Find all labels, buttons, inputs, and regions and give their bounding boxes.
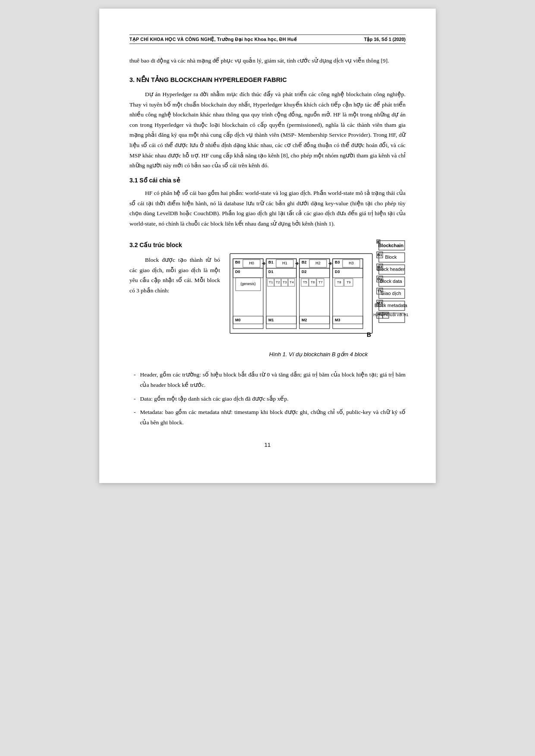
list-item: - Data: gồm một tập danh sách các giao d…	[129, 394, 406, 404]
bullet-dash: -	[134, 370, 136, 380]
svg-text:T5: T5	[378, 289, 382, 293]
svg-text:H2: H2	[384, 312, 388, 316]
list-item: - Header, gồm các trường: số hiệu block …	[129, 370, 406, 390]
svg-text:D0: D0	[235, 270, 240, 274]
svg-text:Giao dịch: Giao dịch	[381, 291, 401, 296]
page-number: 11	[129, 442, 406, 448]
svg-text:T9: T9	[346, 280, 351, 284]
section3-paragraph: Dự án Hyperledger ra đời nhằm mục đích t…	[129, 89, 406, 171]
figure-diagram: Blockchain B Block B1 Block header H3 Bl…	[228, 236, 409, 364]
svg-text:(genesis): (genesis)	[241, 282, 256, 286]
subsection32-text-block: 3.2 Cấu trúc block Block được tạo thành …	[129, 236, 220, 295]
figure-area: 3.2 Cấu trúc block Block được tạo thành …	[129, 236, 406, 364]
svg-text:B1: B1	[377, 253, 382, 257]
svg-text:B0: B0	[235, 260, 240, 264]
svg-text:M3: M3	[377, 301, 383, 305]
page: TẠP CHÍ KHOA HỌC VÀ CÔNG NGHỆ, Trường Đạ…	[99, 9, 436, 483]
svg-text:H1: H1	[282, 261, 287, 265]
svg-text:M3: M3	[335, 318, 340, 322]
subsection32-title: 3.2 Cấu trúc block	[129, 240, 220, 251]
svg-text:D2: D2	[302, 270, 307, 274]
intro-paragraph: thuê bao di động và các nhà mạng để phục…	[129, 56, 406, 66]
bullet-text-1: Data: gồm một tập danh sách các giao dịc…	[140, 394, 289, 404]
blockchain-diagram-svg: Blockchain B Block B1 Block header H3 Bl…	[228, 236, 409, 348]
svg-text:B: B	[367, 331, 371, 338]
svg-text:M1: M1	[268, 318, 274, 322]
svg-text:D1: D1	[268, 270, 274, 274]
svg-text:B2: B2	[302, 260, 307, 264]
journal-title: TẠP CHÍ KHOA HỌC VÀ CÔNG NGHỆ, Trường Đạ…	[129, 37, 297, 42]
svg-text:T7: T7	[318, 280, 323, 284]
svg-text:T3: T3	[283, 280, 287, 284]
page-header: TẠP CHÍ KHOA HỌC VÀ CÔNG NGHỆ, Trường Đạ…	[129, 35, 406, 44]
svg-text:T6: T6	[311, 280, 315, 284]
svg-text:H0: H0	[249, 261, 254, 265]
subsection32-paragraph: Block được tạo thành từ bó các giao dịch…	[129, 255, 220, 296]
svg-text:T8: T8	[337, 280, 341, 284]
svg-text:H3: H3	[377, 265, 382, 269]
svg-text:M2: M2	[302, 318, 307, 322]
bullet-dash: -	[134, 394, 136, 404]
svg-text:Blockchain: Blockchain	[378, 243, 404, 248]
svg-rect-30	[230, 254, 372, 333]
list-item: - Metadata: bao gồm các metadata như: ti…	[129, 407, 406, 427]
svg-text:Block data: Block data	[380, 279, 402, 284]
bullet-text-0: Header, gồm các trường: số hiệu block bắ…	[140, 370, 406, 390]
section3-title: 3. NỀN TẢNG BLOCKCHAIN HYPERLEDGER FABRI…	[129, 76, 406, 83]
subsection31-paragraph: HF có phân hệ sổ cái bao gồm hai phần: w…	[129, 188, 406, 229]
svg-text:T1: T1	[269, 280, 273, 284]
svg-text:D3: D3	[335, 270, 340, 274]
svg-text:D1: D1	[377, 277, 382, 281]
subsection31-title: 3.1 Sổ cái chia sẻ	[129, 177, 406, 184]
svg-text:T4: T4	[290, 280, 294, 284]
bullet-list: - Header, gồm các trường: số hiệu block …	[129, 370, 406, 427]
svg-text:B1: B1	[268, 260, 274, 264]
bullet-text-2: Metadata: bao gồm các metadata như: time…	[140, 407, 406, 427]
svg-text:T2: T2	[276, 280, 280, 284]
svg-text:Block: Block	[385, 254, 397, 260]
svg-text:B3: B3	[335, 260, 340, 264]
svg-text:M0: M0	[235, 318, 241, 322]
svg-text:T5: T5	[303, 280, 307, 284]
svg-text:H1: H1	[378, 312, 382, 316]
svg-text:B: B	[377, 240, 380, 244]
bullet-dash: -	[134, 407, 136, 417]
svg-text:H2: H2	[315, 261, 321, 265]
figure-caption: Hình 1. Ví dụ blockchain B gồm 4 block	[269, 351, 368, 358]
volume-info: Tập 16, Số 1 (2020)	[364, 37, 406, 42]
svg-text:H3: H3	[349, 261, 354, 265]
